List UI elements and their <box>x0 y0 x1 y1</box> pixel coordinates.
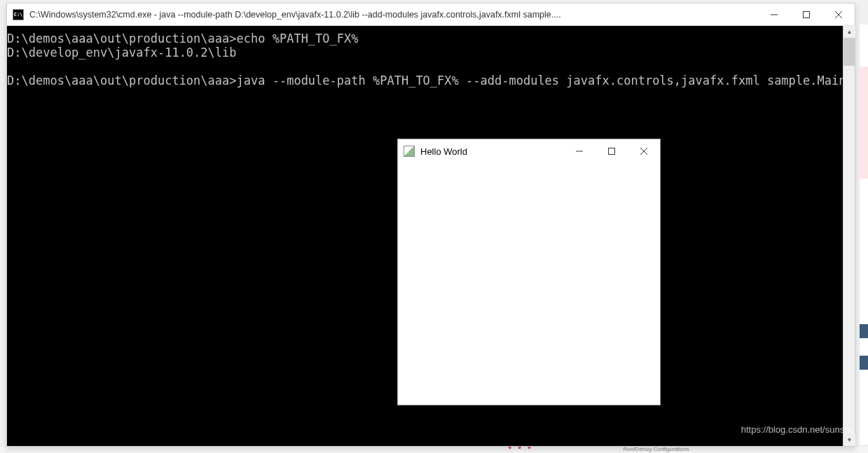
close-button[interactable] <box>822 4 855 26</box>
cmd-window-title: C:\Windows\system32\cmd.exe - java --mod… <box>29 10 758 20</box>
cmd-line: D:\demos\aaa\out\production\aaa>java --m… <box>7 74 843 88</box>
javafx-titlebar[interactable]: Hello World <box>398 139 660 163</box>
cmd-titlebar[interactable]: C:\ C:\Windows\system32\cmd.exe - java -… <box>7 4 855 26</box>
javafx-window-controls <box>563 139 660 163</box>
javafx-app-content[interactable] <box>398 163 660 405</box>
scroll-thumb[interactable] <box>843 38 855 66</box>
maximize-button[interactable] <box>790 4 822 26</box>
cmd-line: D:\demos\aaa\out\production\aaa>echo %PA… <box>7 32 359 46</box>
close-button[interactable] <box>628 139 660 163</box>
svg-rect-5 <box>609 148 615 155</box>
java-app-icon <box>404 146 415 157</box>
cmd-scrollbar[interactable]: ▲ ▼ <box>843 26 855 446</box>
svg-rect-1 <box>804 12 810 18</box>
background-strip-pink <box>860 67 868 179</box>
background-strip-dark <box>860 324 868 338</box>
background-strip-dark <box>860 356 868 370</box>
minimize-button[interactable] <box>563 139 595 163</box>
cmd-window-controls <box>758 4 855 25</box>
javafx-app-window: Hello World <box>397 139 661 405</box>
javafx-window-title: Hello World <box>420 146 563 157</box>
watermark-text: https://blog.csdn.net/sunste <box>741 424 852 435</box>
background-bottom <box>0 447 868 453</box>
scroll-down-icon[interactable]: ▼ <box>843 434 855 446</box>
cmd-icon: C:\ <box>13 9 24 20</box>
maximize-button[interactable] <box>595 139 628 163</box>
minimize-button[interactable] <box>758 4 790 26</box>
scroll-up-icon[interactable]: ▲ <box>843 26 855 38</box>
background-label: Run/Debug Configurations <box>624 446 689 452</box>
cmd-line: D:\develop_env\javafx-11.0.2\lib <box>7 46 237 60</box>
